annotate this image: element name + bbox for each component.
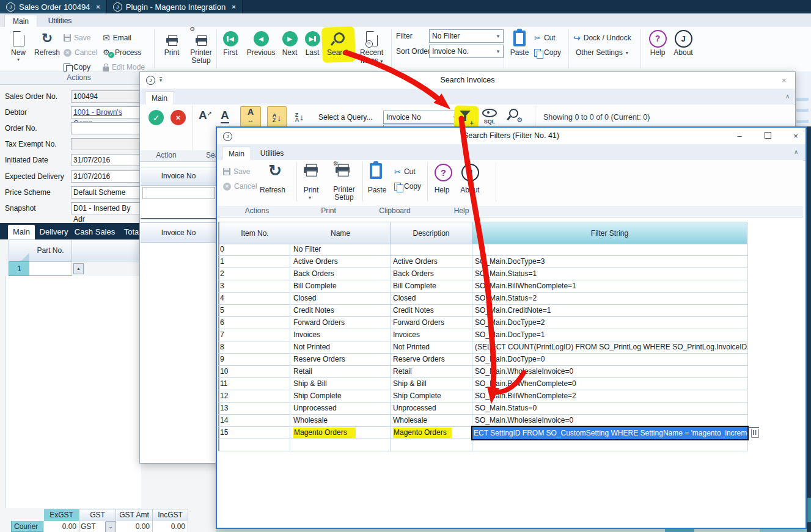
tab-delivery[interactable]: Delivery xyxy=(37,225,71,239)
refresh-button[interactable]: Refresh xyxy=(252,186,293,194)
new-button[interactable]: New ▾ xyxy=(6,28,31,62)
other-settings-button[interactable]: Other Settings▾ xyxy=(576,46,628,59)
paste-button[interactable]: Paste xyxy=(507,28,532,57)
gst-mode-dropdown[interactable]: ⌄ xyxy=(105,522,116,532)
about-icon: J xyxy=(461,164,479,181)
invoice-no-criteria-header[interactable]: Invoice No xyxy=(141,167,217,186)
maximize-icon[interactable] xyxy=(758,131,777,140)
name-header[interactable]: Name xyxy=(291,222,391,244)
exgst-header[interactable]: ExGST xyxy=(44,509,79,522)
show-sql-button[interactable]: SQL xyxy=(482,109,497,125)
incgst-header[interactable]: IncGST xyxy=(153,509,188,522)
last-button[interactable]: ▶ Last xyxy=(302,28,323,57)
recent-items-button[interactable]: ◷ Recent Items ▾ xyxy=(356,28,387,65)
minimize-icon[interactable]: – xyxy=(730,131,749,140)
item-no-header[interactable]: Item No. xyxy=(218,222,292,244)
gst-header[interactable]: GST xyxy=(79,509,116,522)
courier-row-label[interactable]: Courier xyxy=(11,521,43,532)
ok-button[interactable]: ✓ xyxy=(149,110,164,125)
print-button[interactable]: Print xyxy=(159,28,185,57)
gst-amt-header[interactable]: GST Amt xyxy=(116,509,153,522)
filter-dropdown[interactable]: No Filter▼ xyxy=(429,29,504,43)
tab-main[interactable]: Main xyxy=(145,91,174,105)
filter-string-header[interactable]: Filter String xyxy=(472,222,747,244)
search-options-button[interactable]: ⚙ xyxy=(508,108,523,123)
font-underline-button[interactable]: A xyxy=(221,109,229,123)
incgst-cell[interactable]: 0.00 xyxy=(153,521,188,532)
row-number-cell[interactable]: 1 xyxy=(9,261,30,276)
sales-order-no-field[interactable]: 100494 xyxy=(71,90,145,103)
sort-descending-button[interactable]: ZA↓ xyxy=(290,106,309,128)
paste-button[interactable] xyxy=(370,163,382,179)
gst-amt-cell[interactable]: 0.00 xyxy=(116,521,153,532)
search-button[interactable]: Search xyxy=(324,28,353,57)
ribbon-separator xyxy=(216,29,217,68)
print-label: Print xyxy=(298,186,325,194)
delete-row-button[interactable] xyxy=(751,429,759,438)
collapse-ribbon-icon[interactable]: ∧ xyxy=(785,93,790,100)
close-tab-icon[interactable]: × xyxy=(232,3,235,10)
tab-main[interactable]: Main xyxy=(222,147,251,161)
debtor-link-field[interactable]: 1001 - Brown's Comp xyxy=(71,106,145,118)
print-button[interactable] xyxy=(305,162,317,174)
doc-tab-plugin-magento[interactable]: J Plugin - Magento Integration × xyxy=(107,0,243,13)
order-no-field[interactable] xyxy=(71,122,145,134)
refresh-button[interactable]: ↻ Refresh xyxy=(33,28,61,57)
initiated-date-field[interactable]: 31/07/2016 xyxy=(71,154,145,166)
cross-icon: × xyxy=(171,110,186,125)
about-button[interactable]: J About xyxy=(671,28,695,57)
search-invoices-tabstrip: Main ∧ xyxy=(140,89,795,105)
collapse-ribbon-icon[interactable]: ∧ xyxy=(794,148,798,155)
snapshot-field[interactable]: D01 - Inserted By Adr xyxy=(71,202,145,214)
part-no-header[interactable]: Part No. xyxy=(29,239,72,261)
cancel-search-button[interactable]: × xyxy=(171,110,186,125)
tax-exempt-field[interactable] xyxy=(71,138,145,150)
help-button[interactable]: ? xyxy=(435,164,452,181)
tab-utilities[interactable]: Utilities xyxy=(252,147,292,160)
cancel-button[interactable]: ×Cancel xyxy=(64,46,97,59)
ribbon-tab-utilities[interactable]: Utilities xyxy=(38,15,82,27)
close-icon[interactable]: × xyxy=(782,76,787,85)
spinner-up-button[interactable]: ▲ xyxy=(73,263,84,274)
about-button[interactable]: J xyxy=(461,164,479,181)
tab-main[interactable]: Main xyxy=(8,225,35,239)
help-button[interactable]: ? Help xyxy=(645,28,670,57)
chevron-down-icon: ▾ xyxy=(309,195,311,200)
ribbon-tab-main[interactable]: Main xyxy=(4,15,37,27)
expected-delivery-field[interactable]: 31/07/2016 xyxy=(71,170,145,183)
price-scheme-field[interactable]: Default Scheme xyxy=(71,186,145,199)
description-header[interactable]: Description xyxy=(391,222,472,244)
query-dropdown[interactable]: Invoice No▼ xyxy=(383,111,460,124)
invoice-no-filter-input[interactable] xyxy=(142,187,215,199)
printer-setup-button[interactable]: ⚙ xyxy=(337,162,348,174)
copy-button[interactable]: Copy xyxy=(394,180,421,193)
previous-button[interactable]: ◀ Previous xyxy=(244,28,277,57)
check-icon: ✓ xyxy=(149,110,164,125)
invoice-no-results-header[interactable]: Invoice No xyxy=(141,222,217,243)
close-icon[interactable]: × xyxy=(787,131,805,140)
font-grow-button[interactable]: A➚ xyxy=(199,109,212,122)
tab-cash-sales[interactable]: Cash Sales xyxy=(72,225,117,239)
cut-button[interactable]: ✂Cut xyxy=(534,31,556,45)
email-button[interactable]: ✉Email xyxy=(103,31,131,45)
first-button[interactable]: ◀ First xyxy=(219,28,242,57)
copy-button-clipboard[interactable]: Copy xyxy=(534,46,561,59)
save-button[interactable]: Save xyxy=(64,31,90,45)
sort-order-dropdown[interactable]: Invoice No.▼ xyxy=(429,45,504,58)
exgst-cell[interactable]: 0.00 xyxy=(44,521,79,532)
next-button[interactable]: ▶ Next xyxy=(279,28,301,57)
edit-filters-button[interactable]: + xyxy=(459,109,472,125)
close-tab-icon[interactable]: × xyxy=(96,3,100,10)
search-filters-titlebar[interactable]: J Search Filters (Filter No. 41) – × xyxy=(217,128,805,144)
printer-setup-button[interactable]: ⚙ Printer Setup xyxy=(186,28,216,65)
process-button[interactable]: ⚙✓Process xyxy=(103,46,141,59)
save-button[interactable]: Save xyxy=(223,165,250,178)
part-no-cell[interactable] xyxy=(29,261,72,277)
refresh-icon[interactable]: ↻ xyxy=(268,164,282,177)
gst-mode-cell[interactable]: GST Out xyxy=(79,521,106,532)
search-invoices-titlebar[interactable]: J ▾ Search Invoices × xyxy=(140,72,795,89)
dock-undock-button[interactable]: ↪Dock / Undock xyxy=(573,31,631,45)
doc-tab-sales-order[interactable]: J Sales Order 100494 × xyxy=(0,0,107,13)
cut-button[interactable]: ✂Cut xyxy=(394,165,416,178)
filter-string-edit-cell[interactable]: ECT SettingID FROM SO_CustomSetting WHER… xyxy=(471,426,749,440)
